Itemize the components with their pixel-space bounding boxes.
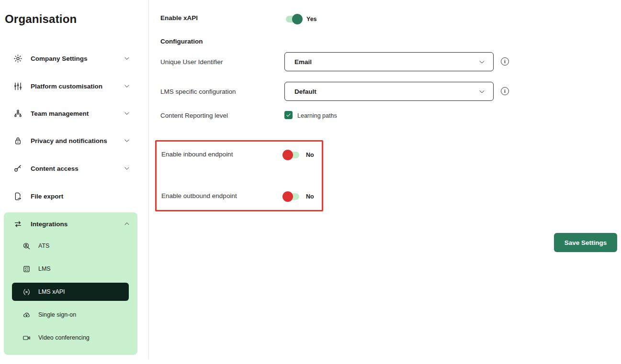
sidebar-item-label: Privacy and notifications [31,137,107,144]
sidebar-subitem-label: Single sign-on [38,311,76,318]
sidebar-subitem-ats[interactable]: ATS [12,237,129,255]
page-title: Organisation [5,12,77,26]
configuration-heading: Configuration [160,38,203,45]
sidebar-item-team-management[interactable]: Team management [4,103,137,124]
enable-xapi-state: Yes [306,16,317,22]
key-icon [13,164,23,173]
enable-outbound-endpoint-toggle[interactable] [283,193,299,200]
sidebar-item-label: Team management [31,110,89,117]
sidebar-item-privacy-and-notifications[interactable]: Privacy and notifications [4,130,137,151]
toggle-knob [282,191,293,202]
file-export-icon [13,191,23,201]
chevron-down-icon [478,88,486,95]
sidebar-item-file-export[interactable]: File export [4,186,137,207]
sidebar-subitem-single-sign-on[interactable]: Single sign-on [12,306,129,324]
check-icon [286,112,291,118]
info-icon[interactable]: i [501,57,509,66]
checklist-icon [22,265,31,273]
enable-xapi-toggle[interactable] [286,16,302,22]
video-camera-icon [22,333,31,342]
chevron-down-icon [123,110,131,117]
organisation-settings-page: Organisation Company Settings Platform c… [0,0,621,364]
enable-inbound-endpoint-state: No [306,152,314,158]
select-value: Email [294,58,312,66]
sidebar-subitem-video-conferencing[interactable]: Video conferencing [12,329,129,347]
chevron-up-icon [123,220,131,228]
team-icon [13,109,23,118]
sidebar-item-integrations[interactable]: Integrations [4,213,137,234]
unique-user-identifier-label: Unique User Identifier [160,58,223,66]
chevron-down-icon [478,58,486,66]
sidebar-divider [148,0,149,359]
chevron-down-icon [123,137,131,144]
unique-user-identifier-select[interactable]: Email [284,52,494,71]
lms-specific-configuration-select[interactable]: Default [284,82,494,101]
sidebar-item-label: Company Settings [31,55,88,62]
sidebar-subitem-lms[interactable]: LMS [12,260,129,278]
chevron-down-icon [123,55,131,62]
lms-specific-configuration-label: LMS specific configuration [160,88,236,95]
chevron-down-icon [123,165,131,172]
save-settings-button[interactable]: Save Settings [554,233,617,252]
sidebar: Organisation Company Settings Platform c… [0,0,148,364]
gear-icon [13,54,23,63]
cloud-user-icon [22,310,31,319]
content-reporting-level-label: Content Reporting level [160,112,228,119]
toggle-knob [282,150,293,160]
sidebar-subitem-label: ATS [38,243,49,249]
person-search-icon [22,242,31,250]
sidebar-subitem-label: LMS xAPI [38,288,65,295]
sidebar-item-label: Integrations [31,221,68,228]
enable-outbound-endpoint-label: Enable outbound endpoint [161,192,237,199]
x-brackets-icon [22,287,31,296]
swap-arrows-icon [13,219,23,229]
toggle-knob [292,14,303,24]
sidebar-subitem-label: LMS [38,265,51,272]
chevron-down-icon [123,82,131,90]
sliders-icon [13,81,23,91]
enable-xapi-label: Enable xAPI [160,14,198,22]
sidebar-subitem-lms-xapi[interactable]: LMS xAPI [12,283,129,301]
select-value: Default [294,88,316,95]
learning-paths-label: Learning paths [297,112,337,119]
sidebar-item-label: Platform customisation [31,83,102,90]
enable-inbound-endpoint-toggle[interactable] [283,152,299,158]
lock-icon [13,136,23,145]
enable-outbound-endpoint-state: No [306,193,314,200]
learning-paths-checkbox[interactable] [284,111,293,119]
sidebar-subitem-label: Video conferencing [38,334,90,341]
sidebar-item-label: File export [31,193,63,200]
sidebar-item-label: Content access [31,165,79,172]
enable-inbound-endpoint-label: Enable inbound endpoint [161,151,233,158]
sidebar-item-platform-customisation[interactable]: Platform customisation [4,76,137,97]
sidebar-item-content-access[interactable]: Content access [4,158,137,179]
sidebar-item-company-settings[interactable]: Company Settings [4,48,137,69]
info-icon[interactable]: i [501,87,509,95]
